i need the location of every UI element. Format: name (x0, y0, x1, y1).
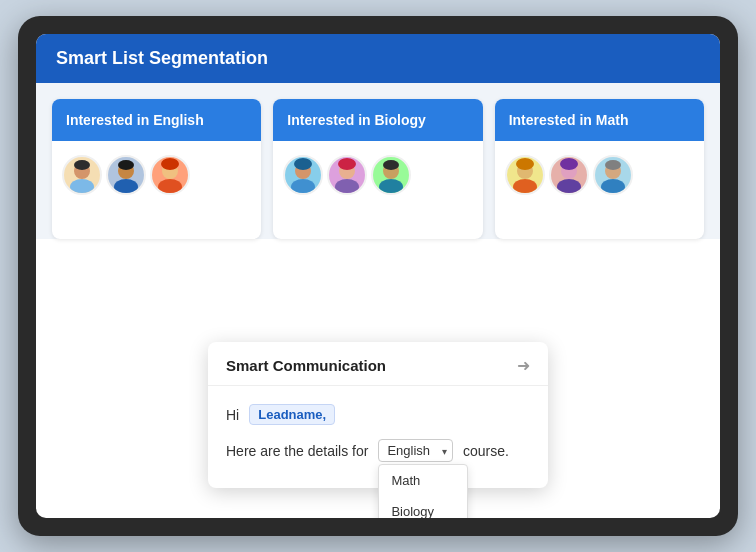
svg-point-11 (294, 158, 312, 170)
card-label-biology: Interested in Biology (287, 112, 425, 128)
card-avatars-biology (273, 141, 482, 209)
avatar (150, 155, 190, 195)
dropdown-item-biology[interactable]: Biology (379, 496, 467, 518)
course-select-display[interactable]: English (378, 439, 453, 462)
svg-point-25 (601, 179, 625, 193)
course-dropdown[interactable]: Math Biology (378, 464, 468, 518)
screen: Smart List Segmentation Interested in En… (36, 34, 720, 518)
avatar (106, 155, 146, 195)
svg-point-5 (118, 160, 134, 170)
svg-point-16 (379, 179, 403, 193)
avatar (505, 155, 545, 195)
popup-body: Hi Leadname, Here are the details for En… (208, 386, 548, 488)
segment-card-english: Interested in English (52, 99, 261, 239)
cards-area: Interested in English (36, 83, 720, 239)
card-label-english: Interested in English (66, 112, 204, 128)
svg-point-22 (557, 179, 581, 193)
svg-point-17 (383, 160, 399, 170)
card-avatars-english (52, 141, 261, 209)
popup-title: Smart Communication (226, 357, 386, 374)
avatar (62, 155, 102, 195)
card-avatars-math (495, 141, 704, 209)
svg-point-14 (338, 158, 356, 170)
svg-point-8 (161, 158, 179, 170)
card-header-biology: Interested in Biology (273, 99, 482, 141)
avatar (593, 155, 633, 195)
avatar (327, 155, 367, 195)
device-frame: Smart List Segmentation Interested in En… (18, 16, 738, 536)
popup-arrow-icon[interactable]: ➜ (517, 356, 530, 375)
svg-point-1 (70, 179, 94, 193)
svg-point-13 (335, 179, 359, 193)
svg-point-7 (158, 179, 182, 193)
svg-point-10 (291, 179, 315, 193)
line2-prefix: Here are the details for (226, 443, 368, 459)
line2-suffix: course. (463, 443, 509, 459)
card-header-math: Interested in Math (495, 99, 704, 141)
card-label-math: Interested in Math (509, 112, 629, 128)
svg-point-4 (114, 179, 138, 193)
svg-point-2 (74, 160, 90, 170)
avatar (371, 155, 411, 195)
leadname-tag: Leadname, (249, 404, 335, 425)
popup-line-2: Here are the details for English ▾ Math … (226, 439, 530, 462)
avatar (283, 155, 323, 195)
svg-point-23 (560, 158, 578, 170)
svg-point-19 (513, 179, 537, 193)
popup-header: Smart Communication ➜ (208, 342, 548, 386)
card-header-english: Interested in English (52, 99, 261, 141)
main-header: Smart List Segmentation (36, 34, 720, 83)
hi-text: Hi (226, 407, 239, 423)
course-select-wrap[interactable]: English ▾ Math Biology (378, 439, 453, 462)
smart-communication-popup: Smart Communication ➜ Hi Leadname, Here … (208, 342, 548, 488)
segment-card-biology: Interested in Biology (273, 99, 482, 239)
segment-card-math: Interested in Math (495, 99, 704, 239)
avatar (549, 155, 589, 195)
dropdown-item-math[interactable]: Math (379, 465, 467, 496)
svg-point-26 (605, 160, 621, 170)
popup-line-1: Hi Leadname, (226, 404, 530, 425)
svg-point-20 (516, 158, 534, 170)
main-title: Smart List Segmentation (56, 48, 268, 68)
